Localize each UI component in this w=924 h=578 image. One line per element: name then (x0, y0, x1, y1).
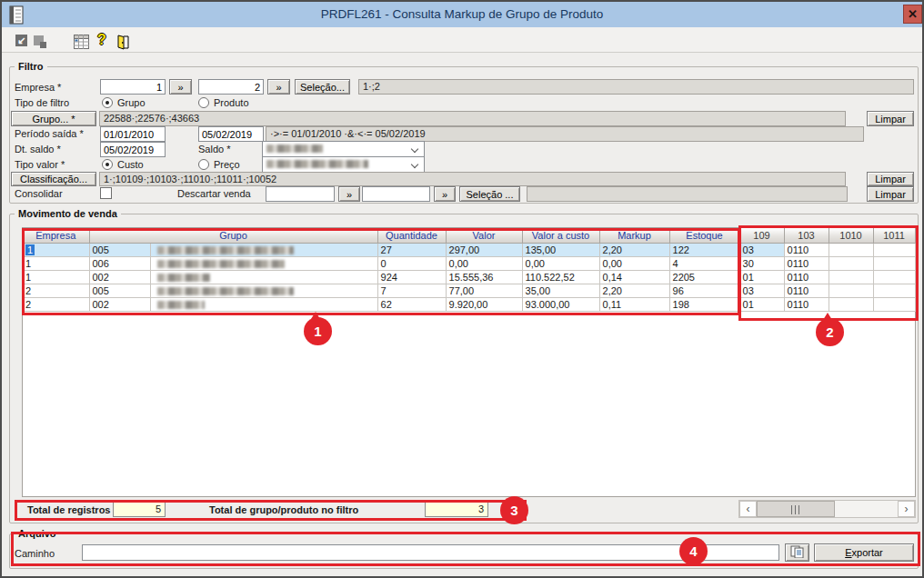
attach-button[interactable]: ↙ (11, 35, 27, 50)
cell-1010[interactable] (829, 256, 873, 270)
cell-109[interactable]: 01 (739, 297, 784, 311)
table-row[interactable]: 1 005 27 297,00 135,00 2,20 122 03 0110 (23, 243, 915, 256)
cell-quantidade[interactable]: 0 (377, 256, 446, 270)
dt-saldo-input[interactable] (100, 142, 166, 157)
cell-valor-custo[interactable]: 135,00 (522, 243, 599, 256)
cell-quantidade[interactable]: 924 (377, 270, 446, 284)
cell-grupo-codigo[interactable]: 005 (89, 284, 150, 297)
cell-grupo-codigo[interactable]: 006 (89, 256, 150, 270)
cell-valor[interactable]: 297,00 (446, 243, 522, 256)
cell-1011[interactable] (873, 297, 915, 311)
cell-estoque[interactable]: 198 (669, 297, 739, 311)
cell-1011[interactable] (873, 256, 915, 270)
empresa-to-input[interactable] (198, 79, 264, 95)
radio-custo-label[interactable]: Custo (117, 159, 144, 170)
cell-empresa[interactable]: 2 (23, 284, 89, 297)
cell-103[interactable]: 0110 (784, 270, 829, 284)
cell-1010[interactable] (829, 284, 873, 297)
radio-produto-label[interactable]: Produto (214, 97, 249, 108)
cell-quantidade[interactable]: 27 (377, 243, 446, 256)
cell-grupo-nome[interactable] (150, 297, 377, 311)
empresa-to-expand-button[interactable]: » (267, 79, 290, 95)
radio-custo[interactable] (102, 159, 113, 170)
cell-valor-custo[interactable]: 0,00 (522, 256, 599, 270)
cell-1011[interactable] (873, 284, 915, 297)
col-header-estoque[interactable]: Estoque (669, 228, 739, 243)
cell-empresa[interactable]: 1 (23, 270, 89, 284)
exit-button[interactable] (116, 35, 132, 50)
col-header-109[interactable]: 109 (739, 228, 784, 243)
cell-valor[interactable]: 9.920,00 (446, 297, 522, 311)
cell-103[interactable]: 0110 (784, 297, 829, 311)
cell-grupo-nome[interactable] (150, 284, 377, 297)
cell-markup[interactable]: 2,20 (599, 243, 669, 256)
table-row[interactable]: 1 002 924 15.555,36 110.522,52 0,14 2205… (23, 270, 915, 284)
cell-grupo-codigo[interactable]: 002 (89, 297, 150, 311)
radio-produto[interactable] (198, 97, 209, 108)
descartar-from-expand-button[interactable]: » (338, 186, 360, 202)
cell-quantidade[interactable]: 7 (377, 284, 446, 297)
descartar-selecao-button[interactable]: Seleção ... (459, 186, 520, 202)
cell-1010[interactable] (829, 243, 873, 256)
cell-103[interactable]: 0110 (784, 243, 829, 256)
empresa-selecao-button[interactable]: Seleção... (295, 79, 350, 95)
consolidar-checkbox[interactable] (100, 187, 112, 199)
radio-grupo-label[interactable]: Grupo (117, 97, 146, 108)
scroll-right-button[interactable]: › (898, 501, 915, 517)
cell-empresa[interactable]: 2 (23, 297, 89, 311)
grupo-button[interactable]: Grupo... * (11, 111, 96, 126)
descartar-to-input[interactable] (362, 186, 430, 202)
cell-grupo-codigo[interactable]: 002 (89, 270, 150, 284)
col-header-103[interactable]: 103 (784, 228, 829, 243)
cell-estoque[interactable]: 2205 (669, 270, 739, 284)
saldo-combobox[interactable] (262, 141, 425, 157)
radio-preco-label[interactable]: Preço (214, 159, 240, 170)
cell-markup[interactable]: 0,00 (599, 256, 669, 270)
col-header-quantidade[interactable]: Quantidade (377, 228, 446, 243)
empresa-from-input[interactable] (100, 79, 166, 95)
cell-109[interactable]: 30 (739, 256, 784, 270)
horizontal-scrollbar[interactable]: ‹ › (738, 500, 916, 518)
cell-1011[interactable] (873, 243, 915, 256)
cell-109[interactable]: 03 (739, 243, 784, 256)
cell-grupo-nome[interactable] (150, 243, 377, 256)
cell-103[interactable]: 0110 (784, 256, 829, 270)
cell-estoque[interactable]: 4 (669, 256, 739, 270)
cell-valor[interactable]: 15.555,36 (446, 270, 522, 284)
cell-109[interactable]: 03 (739, 284, 784, 297)
cell-markup[interactable]: 2,20 (599, 284, 669, 297)
scroll-left-button[interactable]: ‹ (739, 501, 757, 517)
cell-1010[interactable] (829, 270, 873, 284)
radio-preco[interactable] (198, 159, 209, 170)
cell-grupo-codigo[interactable]: 005 (89, 243, 150, 256)
close-button[interactable]: ✕ (903, 5, 922, 24)
col-header-empresa[interactable]: Empresa (23, 228, 89, 243)
table-row[interactable]: 2 002 62 9.920,00 93.000,00 0,11 198 01 … (23, 297, 915, 311)
cell-grupo-nome[interactable] (150, 256, 377, 270)
table-row[interactable]: 1 006 0 0,00 0,00 0,00 4 30 0110 (23, 256, 915, 270)
col-header-1011[interactable]: 1011 (873, 228, 915, 243)
cell-markup[interactable]: 0,11 (599, 297, 669, 311)
cell-estoque[interactable]: 96 (669, 284, 739, 297)
cell-estoque[interactable]: 122 (669, 243, 739, 256)
classificacao-limpar-button[interactable]: Limpar (867, 172, 914, 186)
empresa-from-expand-button[interactable]: » (169, 79, 192, 95)
cell-valor[interactable]: 77,00 (446, 284, 522, 297)
caminho-input[interactable] (82, 544, 779, 561)
browse-file-button[interactable] (785, 543, 809, 562)
grupo-limpar-button[interactable]: Limpar (867, 111, 914, 126)
col-header-markup[interactable]: Markup (599, 228, 669, 243)
cell-valor-custo[interactable]: 35,00 (522, 284, 599, 297)
cascade-windows-button[interactable] (33, 35, 49, 50)
cell-1010[interactable] (829, 297, 873, 311)
cell-103[interactable]: 0110 (784, 284, 829, 297)
scrollbar-thumb[interactable] (757, 501, 835, 517)
cell-markup[interactable]: 0,14 (599, 270, 669, 284)
col-header-valor-custo[interactable]: Valor a custo (522, 228, 599, 243)
cell-empresa[interactable]: 1 (23, 256, 89, 270)
cell-109[interactable]: 01 (739, 270, 784, 284)
periodo-from-input[interactable] (100, 126, 166, 142)
help-button[interactable]: ? (97, 32, 114, 47)
col-header-valor[interactable]: Valor (446, 228, 522, 243)
exportar-button[interactable]: Exportar (814, 543, 914, 562)
